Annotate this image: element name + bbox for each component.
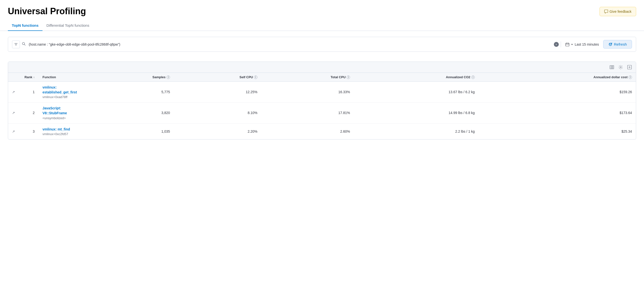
- profiling-table: Rank ↑ Function Samples i: [8, 73, 636, 139]
- total-cpu-cell: 16.33%: [261, 82, 354, 103]
- refresh-icon: [608, 42, 612, 46]
- th-expand: [8, 73, 19, 82]
- settings-button[interactable]: [617, 64, 624, 71]
- rank-cell: 1: [19, 82, 38, 103]
- total-cpu-cell: 2.60%: [261, 123, 354, 139]
- table-row: ↗ 1 vmlinux: established_get_first vmlin…: [8, 82, 636, 103]
- total-cpu-cell: 17.81%: [261, 103, 354, 123]
- clear-search-button[interactable]: ×: [554, 42, 559, 47]
- function-sub: vmlinux+0xc2fd57: [42, 132, 84, 136]
- th-samples[interactable]: Samples i: [88, 73, 174, 82]
- co2-cell: 2.2 lbs / 1 kg: [354, 123, 479, 139]
- function-link[interactable]: JavaScript: V8::StubFrame: [42, 106, 84, 116]
- co2-cell: 13.67 lbs / 6.2 kg: [354, 82, 479, 103]
- dollar-cost-cell: $159.26: [479, 82, 636, 103]
- page-title: Universal Profiling: [8, 6, 86, 16]
- filter-bar: (host.name : "gke-edge-oblt-edge-oblt-po…: [8, 37, 636, 52]
- date-range-label: Last 15 minutes: [575, 42, 599, 46]
- co2-info-icon: i: [471, 76, 475, 79]
- give-feedback-button[interactable]: Give feedback: [600, 7, 636, 16]
- th-function[interactable]: Function: [38, 73, 88, 82]
- total-cpu-info-icon: i: [346, 76, 350, 79]
- svg-line-4: [24, 44, 25, 45]
- th-dollar-cost[interactable]: Annualized dollar cost i: [479, 73, 636, 82]
- svg-rect-5: [566, 43, 569, 46]
- columns-icon: [610, 65, 614, 69]
- page-header: Universal Profiling Give feedback: [0, 0, 644, 20]
- sort-asc-icon: ↑: [34, 76, 35, 79]
- table-row: ↗ 3 vmlinux: mt_find vmlinux+0xc2fd57 1,…: [8, 123, 636, 139]
- function-link[interactable]: vmlinux: established_get_first: [42, 85, 84, 95]
- th-total-cpu[interactable]: Total CPU i: [261, 73, 354, 82]
- spacer: [8, 54, 636, 62]
- filter-options-button[interactable]: [12, 40, 20, 48]
- function-link[interactable]: vmlinux: mt_find: [42, 127, 84, 132]
- expand-row-icon[interactable]: ↗: [12, 90, 15, 94]
- self-cpu-info-icon: i: [254, 76, 258, 79]
- self-cpu-cell: 2.20%: [174, 123, 261, 139]
- refresh-button[interactable]: Refresh: [603, 40, 632, 49]
- function-cell: vmlinux: mt_find vmlinux+0xc2fd57: [38, 123, 88, 139]
- svg-point-12: [620, 67, 622, 68]
- comment-icon: [604, 9, 608, 13]
- th-co2[interactable]: Annualized CO2 i: [354, 73, 479, 82]
- row-expand-cell: ↗: [8, 123, 19, 139]
- function-sub: vmlinux+0xad78ff: [42, 95, 84, 99]
- tabs-container: TopN functions Differential TopN functio…: [0, 20, 644, 31]
- self-cpu-cell: 8.10%: [174, 103, 261, 123]
- content-area: (host.name : "gke-edge-oblt-edge-oblt-po…: [0, 31, 644, 146]
- divider: [561, 41, 561, 47]
- samples-cell: 1,035: [88, 123, 174, 139]
- search-icon: [22, 42, 26, 47]
- svg-rect-10: [611, 65, 612, 69]
- samples-cell: 3,820: [88, 103, 174, 123]
- filter-icon: [14, 42, 18, 46]
- columns-button[interactable]: [608, 64, 615, 71]
- function-cell: vmlinux: established_get_first vmlinux+0…: [38, 82, 88, 103]
- rank-cell: 2: [19, 103, 38, 123]
- table-toolbar: [8, 62, 636, 73]
- function-sub: <unsymbolized>: [42, 116, 84, 120]
- data-table-container: Rank ↑ Function Samples i: [8, 62, 636, 140]
- tab-topn-functions[interactable]: TopN functions: [8, 20, 42, 31]
- search-query-text: (host.name : "gke-edge-oblt-edge-oblt-po…: [29, 42, 552, 46]
- row-expand-cell: ↗: [8, 82, 19, 103]
- calendar-icon: [566, 42, 569, 46]
- self-cpu-cell: 12.25%: [174, 82, 261, 103]
- table-header-row: Rank ↑ Function Samples i: [8, 73, 636, 82]
- samples-info-icon: i: [166, 76, 170, 79]
- row-expand-cell: ↗: [8, 103, 19, 123]
- function-cell: JavaScript: V8::StubFrame <unsymbolized>: [38, 103, 88, 123]
- fullscreen-button[interactable]: [626, 64, 633, 71]
- tabs: TopN functions Differential TopN functio…: [8, 20, 636, 31]
- dollar-cost-cell: $25.34: [479, 123, 636, 139]
- expand-row-icon[interactable]: ↗: [12, 130, 15, 133]
- chevron-down-icon: [571, 43, 573, 46]
- svg-rect-9: [610, 65, 611, 69]
- settings-icon: [618, 65, 623, 69]
- rank-cell: 3: [19, 123, 38, 139]
- tab-differential-topn[interactable]: Differential TopN functions: [42, 20, 93, 31]
- expand-icon: [627, 65, 632, 69]
- dollar-cost-info-icon: i: [628, 76, 632, 79]
- svg-rect-11: [613, 65, 614, 69]
- expand-row-icon[interactable]: ↗: [12, 111, 15, 115]
- date-picker-button[interactable]: Last 15 minutes: [563, 41, 602, 48]
- co2-cell: 14.99 lbs / 6.8 kg: [354, 103, 479, 123]
- th-self-cpu[interactable]: Self CPU i: [174, 73, 261, 82]
- th-rank[interactable]: Rank ↑: [19, 73, 38, 82]
- samples-cell: 5,775: [88, 82, 174, 103]
- table-row: ↗ 2 JavaScript: V8::StubFrame <unsymboli…: [8, 103, 636, 123]
- dollar-cost-cell: $173.64: [479, 103, 636, 123]
